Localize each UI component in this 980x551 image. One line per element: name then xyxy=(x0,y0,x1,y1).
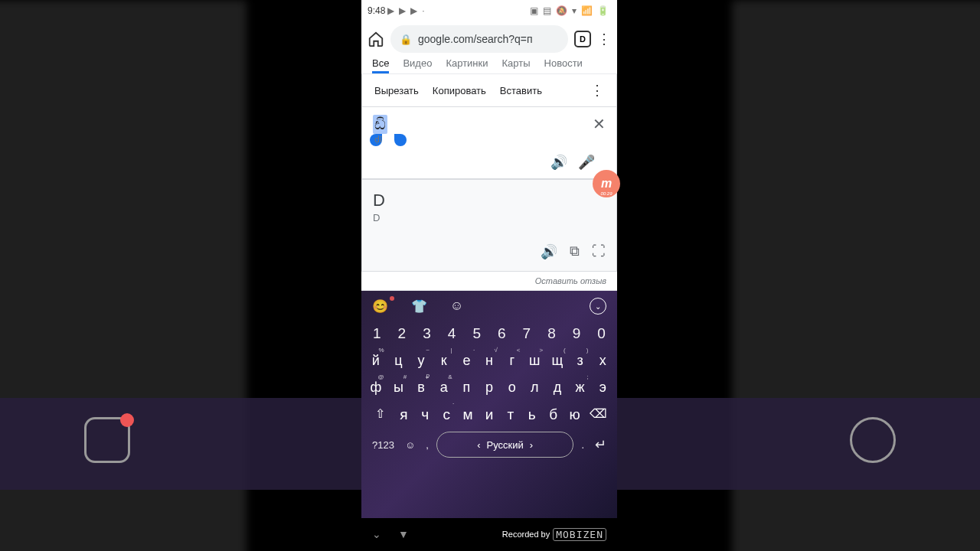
selected-input-text[interactable]: ඩි xyxy=(373,115,387,134)
key-т[interactable]: т xyxy=(500,403,521,427)
key-р[interactable]: р xyxy=(478,376,501,399)
url-text: google.com/search?q=п xyxy=(418,33,533,45)
key-в[interactable]: в₽ xyxy=(410,376,433,399)
tab-news[interactable]: Новости xyxy=(544,57,583,73)
tab-all[interactable]: Все xyxy=(372,57,389,73)
tab-maps[interactable]: Карты xyxy=(501,57,530,73)
menu-icon[interactable]: ⋮ xyxy=(597,31,611,47)
silent-icon: 🔕 xyxy=(556,5,567,16)
key-с[interactable]: с· xyxy=(436,403,457,427)
key-б[interactable]: б xyxy=(543,403,564,427)
key-3[interactable]: 3 xyxy=(414,321,439,346)
cut-button[interactable]: Вырезать xyxy=(374,85,419,96)
tab-images[interactable]: Картинки xyxy=(446,57,488,73)
key-л[interactable]: л xyxy=(523,376,546,399)
key-ы[interactable]: ы# xyxy=(387,376,410,399)
key-ф[interactable]: ф@ xyxy=(364,376,387,399)
key-н[interactable]: н√ xyxy=(478,349,501,373)
tab-video[interactable]: Видео xyxy=(403,57,432,73)
key-х[interactable]: х xyxy=(591,349,614,373)
key-4[interactable]: 4 xyxy=(439,321,465,346)
key-к[interactable]: к| xyxy=(433,349,456,373)
key-о[interactable]: о xyxy=(501,376,524,399)
fullscreen-icon[interactable]: ⛶ xyxy=(592,243,606,260)
key-ц[interactable]: ц xyxy=(387,349,410,373)
translate-input-area[interactable]: ඩි ḍī ✕ 🔊 🎤 xyxy=(361,107,617,179)
keyboard-bottom-row: ?123 ☺ , ‹ Русский › . ↵ xyxy=(361,429,617,461)
key-а[interactable]: а& xyxy=(433,376,456,399)
dot-icon: · xyxy=(422,5,424,16)
key-0[interactable]: 0 xyxy=(589,321,614,346)
context-more-icon[interactable]: ⋮ xyxy=(590,82,604,99)
nav-chevron-icon[interactable]: ⌄ xyxy=(372,528,381,540)
mic-icon[interactable]: 🎤 xyxy=(578,154,595,171)
paste-button[interactable]: Вставить xyxy=(500,85,542,96)
key-п[interactable]: п xyxy=(456,376,479,399)
keyboard-row-numbers: 1234567890 xyxy=(361,320,617,347)
key-1[interactable]: 1 xyxy=(364,321,390,346)
output-sub: D xyxy=(373,212,606,223)
speaker-icon[interactable]: 🔊 xyxy=(550,154,567,171)
copy-icon[interactable]: ⧉ xyxy=(570,243,580,260)
keyboard: 😊 👕 ☺ ⌄ 1234567890 й%цу~к|е·н√г<ш>щ(з)х … xyxy=(361,291,617,517)
key-ж[interactable]: ж; xyxy=(569,376,592,399)
feedback-link[interactable]: Оставить отзыв xyxy=(361,272,617,291)
key-я[interactable]: я xyxy=(393,403,414,427)
key-ш[interactable]: ш> xyxy=(523,349,546,373)
key-г[interactable]: г< xyxy=(501,349,524,373)
tshirt-icon[interactable]: 👕 xyxy=(411,298,427,315)
language-key[interactable]: ‹ Русский › xyxy=(436,432,574,458)
mobizen-floating-badge[interactable]: m00:29 xyxy=(593,170,620,197)
key-у[interactable]: у~ xyxy=(410,349,433,373)
wifi-icon: ▾ xyxy=(572,5,577,16)
key-д[interactable]: д xyxy=(546,376,569,399)
search-tabs: Все Видео Картинки Карты Новости xyxy=(361,57,617,74)
key-э[interactable]: э xyxy=(591,376,614,399)
key-ю[interactable]: ю xyxy=(564,403,586,427)
key-и[interactable]: и xyxy=(479,403,500,427)
selection-handle-right[interactable] xyxy=(394,134,407,146)
key-8[interactable]: 8 xyxy=(539,321,564,346)
key-щ[interactable]: щ( xyxy=(546,349,569,373)
enter-key[interactable]: ↵ xyxy=(592,432,609,458)
chevron-down-icon[interactable]: ⌄ xyxy=(590,298,606,315)
key-7[interactable]: 7 xyxy=(514,321,540,346)
shift-key[interactable]: ⇧ xyxy=(368,403,393,427)
symbols-key[interactable]: ?123 xyxy=(369,435,397,455)
comma-key[interactable]: , xyxy=(423,435,432,455)
screenshot-icon: ▣ xyxy=(530,5,538,16)
key-9[interactable]: 9 xyxy=(564,321,590,346)
copy-button[interactable]: Копировать xyxy=(433,85,486,96)
key-2[interactable]: 2 xyxy=(390,321,415,346)
phone-screen: 9:48 ▶ ▶ ▶ · ▣ ▤ 🔕 ▾ 📶 🔋 🔒 google.com/se… xyxy=(361,0,617,551)
url-bar[interactable]: 🔒 google.com/search?q=п xyxy=(390,25,568,53)
period-key[interactable]: . xyxy=(578,435,587,455)
clear-icon[interactable]: ✕ xyxy=(593,115,606,133)
key-м[interactable]: м xyxy=(457,403,479,427)
status-bar: 9:48 ▶ ▶ ▶ · ▣ ▤ 🔕 ▾ 📶 🔋 xyxy=(361,0,617,21)
sticker-icon[interactable]: 😊 xyxy=(372,298,388,315)
key-5[interactable]: 5 xyxy=(464,321,489,346)
key-ч[interactable]: ч xyxy=(414,403,436,427)
tabs-button[interactable]: D xyxy=(574,31,591,47)
home-icon[interactable] xyxy=(368,31,384,47)
key-й[interactable]: й% xyxy=(364,349,387,373)
bg-sticker-icon xyxy=(84,417,130,463)
translate-output-area: D D 🔊 ⧉ ⛶ xyxy=(361,179,617,272)
key-ь[interactable]: ь xyxy=(521,403,543,427)
lock-icon: 🔒 xyxy=(400,34,412,45)
keyboard-row-2: ф@ы#в₽а&пролдж;э xyxy=(361,374,617,401)
key-6[interactable]: 6 xyxy=(489,321,514,346)
nav-back-icon[interactable]: ▼ xyxy=(398,528,409,540)
android-nav-bar: ⌄ ▼ Recorded by MOBIZEN xyxy=(361,518,617,551)
key-з[interactable]: з) xyxy=(569,349,592,373)
signal-icon: 📶 xyxy=(581,5,593,16)
backspace-key[interactable]: ⌫ xyxy=(585,403,610,427)
speaker-icon[interactable]: 🔊 xyxy=(541,243,557,260)
emoji-icon[interactable]: ☺ xyxy=(450,298,463,314)
emoji-key[interactable]: ☺ xyxy=(402,435,418,455)
transliteration-text: ḍī xyxy=(374,135,382,145)
status-time: 9:48 xyxy=(368,5,385,16)
youtube-icon: ▶ xyxy=(387,5,394,16)
key-е[interactable]: е· xyxy=(456,349,479,373)
